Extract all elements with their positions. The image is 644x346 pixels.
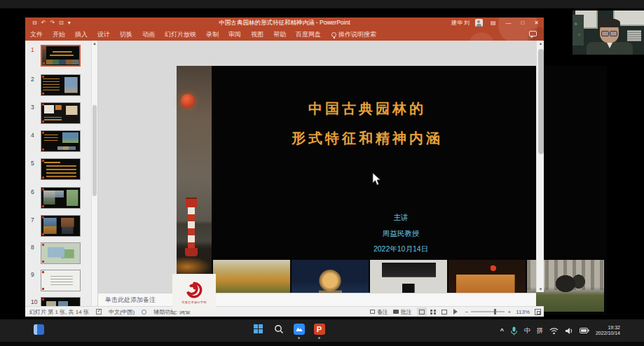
thumbnail-image[interactable] <box>41 242 81 264</box>
microphone-icon[interactable] <box>510 326 518 335</box>
redo-icon[interactable]: ↷ <box>50 20 55 26</box>
thumbnail-image[interactable] <box>41 45 81 67</box>
screen-bottom-strip <box>0 342 644 346</box>
tab-design[interactable]: 设计 <box>93 28 115 41</box>
tab-view[interactable]: 视图 <box>246 28 268 41</box>
reading-view-button[interactable] <box>439 307 449 316</box>
wifi-icon[interactable] <box>549 327 559 335</box>
thumbnail-image[interactable] <box>41 215 81 237</box>
ribbon-tabs: 文件 开始 插入 设计 切换 动画 幻灯片放映 录制 审阅 视图 帮助 百度网盘… <box>25 28 544 41</box>
school-logo: 北海艺术设计学院 <box>172 274 216 311</box>
mouse-cursor <box>372 172 382 186</box>
slide-title[interactable]: 中国古典园林的 形式特征和精神内涵 <box>213 94 521 153</box>
zoom-level[interactable]: 113% <box>516 309 530 315</box>
zoom-in-button[interactable]: + <box>507 309 511 315</box>
slide-title-line2: 形式特征和精神内涵 <box>213 123 521 153</box>
meeting-app-button[interactable] <box>293 323 305 335</box>
thumbnail-number: 4 <box>31 132 34 139</box>
fit-slide-to-window-button[interactable] <box>535 309 541 315</box>
account-avatar[interactable] <box>475 19 483 27</box>
tab-animations[interactable]: 动画 <box>137 28 160 41</box>
start-button[interactable] <box>252 323 264 335</box>
language-status[interactable]: 中文(中国) <box>109 308 135 316</box>
presenter-label: 主讲 <box>331 209 471 226</box>
scrollbar-thumb[interactable] <box>93 105 97 196</box>
restore-button[interactable]: □ <box>519 20 526 26</box>
tell-me-label: 操作说明搜索 <box>338 30 376 39</box>
ribbon-display-options-icon[interactable]: ▤ <box>488 20 498 26</box>
scroll-down-icon[interactable]: ▼ <box>537 287 544 291</box>
thumbnail-number: 2 <box>31 76 34 83</box>
tab-review[interactable]: 审阅 <box>224 28 246 41</box>
thumbnail-image[interactable] <box>41 74 81 96</box>
accessibility-icon <box>142 310 146 314</box>
tray-clock[interactable]: 19:32 2022/10/14 <box>596 325 620 336</box>
tab-insert[interactable]: 插入 <box>70 28 93 41</box>
speaker-hair <box>598 18 620 27</box>
tab-baidu-netdisk[interactable]: 百度网盘 <box>291 28 326 41</box>
tab-file[interactable]: 文件 <box>25 28 48 41</box>
save-icon[interactable]: ⊟ <box>32 20 37 26</box>
thumbnail-image[interactable] <box>41 102 81 124</box>
webcam-video-feed[interactable] <box>573 11 644 55</box>
tab-help[interactable]: 帮助 <box>268 28 291 41</box>
sun-photo-element <box>181 94 195 108</box>
zoom-out-button[interactable]: − <box>465 309 469 315</box>
close-button[interactable]: ✕ <box>532 20 541 26</box>
powerpoint-window: ⊟ ↶ ↷ ⊡ ▾ 中国古典园林的形式特征和精神内涵 - PowerPoint … <box>25 18 544 317</box>
zoom-slider-thumb[interactable] <box>494 309 496 314</box>
battery-icon[interactable] <box>580 328 589 333</box>
window-header: ⊟ ↶ ↷ ⊡ ▾ 中国古典园林的形式特征和精神内涵 - PowerPoint … <box>25 18 544 41</box>
tab-transitions[interactable]: 切换 <box>115 28 137 41</box>
tab-home[interactable]: 开始 <box>48 28 70 41</box>
slide-canvas: 北海艺术设计学院 中国古典园林的 形式特征和精神内涵 主讲 周益民教授 2022… <box>98 41 544 306</box>
notes-toggle[interactable]: 备注 <box>370 308 388 316</box>
taskbar: P ^ 中 拼 19:32 2022/10/14 <box>0 319 644 342</box>
comments-toggle[interactable]: 批注 <box>393 308 412 316</box>
powerpoint-taskbar-button[interactable]: P <box>313 323 325 335</box>
ime-mode-indicator[interactable]: 拼 <box>537 326 543 335</box>
thumbnail-image[interactable] <box>41 270 81 291</box>
thumbnail-number: 7 <box>31 216 34 223</box>
thumbnail-number: 5 <box>31 160 34 167</box>
start-slideshow-icon[interactable]: ⊡ <box>59 20 64 26</box>
tell-me-search[interactable]: 操作说明搜索 <box>326 30 382 39</box>
speaker-glasses <box>601 31 617 36</box>
ime-language-indicator[interactable]: 中 <box>524 326 530 335</box>
tray-expand-icon[interactable]: ^ <box>500 327 504 334</box>
thumbnail-scrollbar[interactable]: ▲ <box>91 41 97 306</box>
scrollbar-thumb[interactable] <box>538 49 544 154</box>
panel-collapse-icon[interactable]: ▲ <box>93 41 97 46</box>
tab-slideshow[interactable]: 幻灯片放映 <box>160 28 201 41</box>
taskbar-pinned-app-icon[interactable] <box>34 324 44 335</box>
qat-dropdown-icon[interactable]: ▾ <box>68 20 71 26</box>
speaker-icon[interactable] <box>565 327 573 335</box>
comments-toggle-label: 批注 <box>401 308 412 316</box>
comments-panel-icon[interactable] <box>529 31 537 36</box>
focus-assist-moon-icon[interactable] <box>626 326 636 335</box>
zoom-slider[interactable] <box>471 311 505 312</box>
scroll-up-icon[interactable]: ▲ <box>537 41 544 46</box>
slide-counter: 幻灯片 第 1 张, 共 14 张 <box>29 308 89 316</box>
thumbnail-image[interactable] <box>41 130 81 152</box>
thumbnail-image[interactable] <box>41 187 81 209</box>
thumbnail-image[interactable] <box>41 158 81 180</box>
slide-sorter-view-button[interactable] <box>428 307 438 316</box>
slide-left-photo-strip: 北海艺术设计学院 <box>177 66 212 315</box>
main-scrollbar[interactable]: ▲ ▼ <box>536 41 544 292</box>
slideshow-view-button[interactable] <box>451 307 460 316</box>
screen: ⊟ ↶ ↷ ⊡ ▾ 中国古典园林的形式特征和精神内涵 - PowerPoint … <box>0 0 644 346</box>
minimize-button[interactable]: — <box>503 20 513 26</box>
thumbnail-image[interactable] <box>41 297 81 306</box>
title-bar: ⊟ ↶ ↷ ⊡ ▾ 中国古典园林的形式特征和精神内涵 - PowerPoint … <box>25 18 544 28</box>
account-name[interactable]: 建华 刘 <box>451 19 470 27</box>
status-bar: 幻灯片 第 1 张, 共 14 张 中文(中国) 辅助功能: 调查 备注 批注 … <box>25 306 544 317</box>
spellcheck-icon[interactable] <box>96 309 102 314</box>
tab-record[interactable]: 录制 <box>201 28 224 41</box>
lighthouse-base <box>185 248 198 256</box>
search-button[interactable] <box>273 323 285 335</box>
normal-view-button[interactable] <box>417 307 427 316</box>
presenter-block[interactable]: 主讲 周益民教授 2022年10月14日 <box>331 209 471 257</box>
notes-pane[interactable]: 单击此处添加备注 <box>98 293 536 306</box>
undo-icon[interactable]: ↶ <box>41 20 46 26</box>
